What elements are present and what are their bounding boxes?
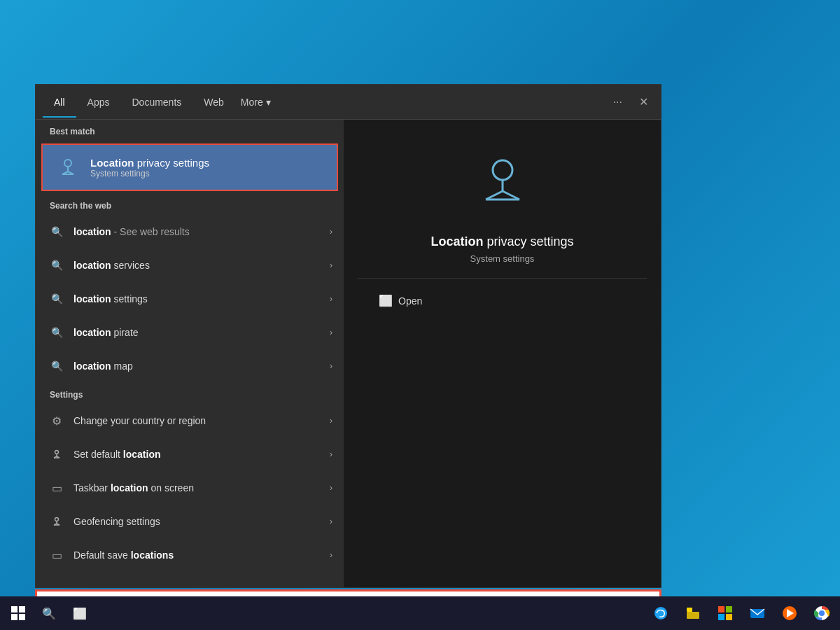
arrow-taskbar-icon[interactable]	[774, 598, 805, 629]
location-privacy-icon	[54, 153, 82, 181]
tab-all[interactable]: All	[43, 87, 76, 118]
tab-more[interactable]: More ▾	[235, 87, 276, 118]
svg-rect-25	[718, 614, 724, 620]
settings-item-country[interactable]: ⚙ Change your country or region ›	[36, 404, 344, 438]
settings-item-geofencing[interactable]: Geofencing settings ›	[36, 505, 344, 538]
left-panel: Best match Locat	[36, 120, 344, 587]
chevron-right-icon-6: ›	[330, 416, 332, 426]
taskbar-icon: ▭	[47, 478, 66, 498]
search-item-map[interactable]: 🔍 location map ›	[36, 349, 344, 383]
geofencing-icon	[47, 512, 66, 531]
mail-taskbar-icon[interactable]	[742, 598, 773, 629]
cortana-button[interactable]: ⬜	[64, 598, 95, 629]
taskbar-apps	[645, 598, 837, 629]
tab-documents[interactable]: Documents	[120, 87, 192, 118]
search-item-pirate[interactable]: 🔍 location pirate ›	[36, 316, 344, 349]
best-match-item[interactable]: Location privacy settings System setting…	[41, 144, 338, 191]
right-panel-subtitle: System settings	[470, 253, 535, 264]
right-panel: Location privacy settings System setting…	[344, 120, 661, 587]
menu-content: Best match Locat	[36, 120, 661, 587]
best-match-label: Best match	[36, 120, 344, 141]
desktop: All Apps Documents Web More ▾ ··· ✕ Best…	[0, 0, 840, 630]
start-button[interactable]	[3, 598, 34, 629]
search-item-web-results[interactable]: 🔍 location - See web results ›	[36, 215, 344, 248]
settings-item-default-location[interactable]: Set default location ›	[36, 438, 344, 471]
store-taskbar-icon[interactable]	[710, 598, 741, 629]
chevron-right-icon-4: ›	[330, 328, 332, 337]
location-icon-1	[47, 444, 66, 464]
best-match-title: Location privacy settings	[90, 157, 209, 169]
start-menu: All Apps Documents Web More ▾ ··· ✕ Best…	[35, 84, 662, 588]
svg-point-5	[55, 451, 59, 454]
search-item-settings[interactable]: 🔍 location settings ›	[36, 282, 344, 316]
best-match-subtitle: System settings	[90, 169, 209, 178]
svg-line-19	[503, 191, 519, 200]
chevron-right-icon-5: ›	[330, 361, 332, 371]
search-icon-5: 🔍	[47, 356, 66, 376]
windows-logo	[11, 606, 25, 620]
open-icon: ⬜	[379, 294, 393, 307]
search-item-services[interactable]: 🔍 location services ›	[36, 248, 344, 282]
chevron-right-icon-2: ›	[330, 260, 332, 270]
best-match-text: Location privacy settings System setting…	[90, 157, 209, 178]
search-icon-4: 🔍	[47, 323, 66, 342]
settings-section-label: Settings	[36, 383, 344, 404]
close-button[interactable]: ✕	[634, 92, 654, 111]
save-locations-icon: ▭	[47, 545, 66, 565]
settings-item-save-locations[interactable]: ▭ Default save locations ›	[36, 538, 344, 572]
tabs-actions: ··· ✕	[608, 92, 654, 111]
chrome-taskbar-icon[interactable]	[806, 598, 837, 629]
chevron-right-icon-9: ›	[330, 517, 332, 526]
search-web-label: Search the web	[36, 194, 344, 215]
svg-point-20	[654, 607, 667, 620]
edge-taskbar-icon[interactable]	[645, 598, 676, 629]
chevron-right-icon-7: ›	[330, 449, 332, 459]
svg-rect-23	[718, 606, 724, 612]
files-taskbar-icon[interactable]	[678, 598, 708, 629]
svg-point-0	[64, 160, 71, 167]
chevron-right-icon-1: ›	[330, 227, 332, 237]
svg-point-15	[493, 160, 512, 180]
svg-point-31	[819, 610, 825, 616]
right-panel-location-icon	[468, 148, 538, 220]
tabs-bar: All Apps Documents Web More ▾ ··· ✕	[36, 85, 661, 120]
svg-line-18	[486, 191, 503, 200]
svg-rect-21	[687, 608, 692, 612]
search-icon-2: 🔍	[47, 255, 66, 275]
search-icon-3: 🔍	[47, 289, 66, 309]
svg-rect-24	[726, 606, 732, 612]
chevron-right-icon-10: ›	[330, 550, 332, 560]
search-icon-1: 🔍	[47, 222, 66, 241]
taskbar: 🔍 ⬜	[0, 596, 840, 630]
settings-item-taskbar[interactable]: ▭ Taskbar location on screen ›	[36, 471, 344, 505]
svg-rect-22	[687, 612, 699, 619]
open-button[interactable]: ⬜ Open	[372, 290, 429, 312]
svg-rect-26	[726, 614, 732, 620]
chevron-down-icon: ▾	[266, 97, 271, 108]
globe-icon: ⚙	[47, 411, 66, 430]
svg-point-10	[55, 518, 59, 522]
chevron-right-icon-8: ›	[330, 483, 332, 493]
chevron-right-icon-3: ›	[330, 294, 332, 304]
taskbar-search-button[interactable]: 🔍	[34, 598, 64, 629]
right-panel-title: Location privacy settings	[430, 234, 573, 249]
divider	[358, 278, 647, 279]
tab-apps[interactable]: Apps	[76, 87, 121, 118]
tab-web[interactable]: Web	[192, 87, 235, 118]
more-options-button[interactable]: ···	[608, 93, 628, 111]
